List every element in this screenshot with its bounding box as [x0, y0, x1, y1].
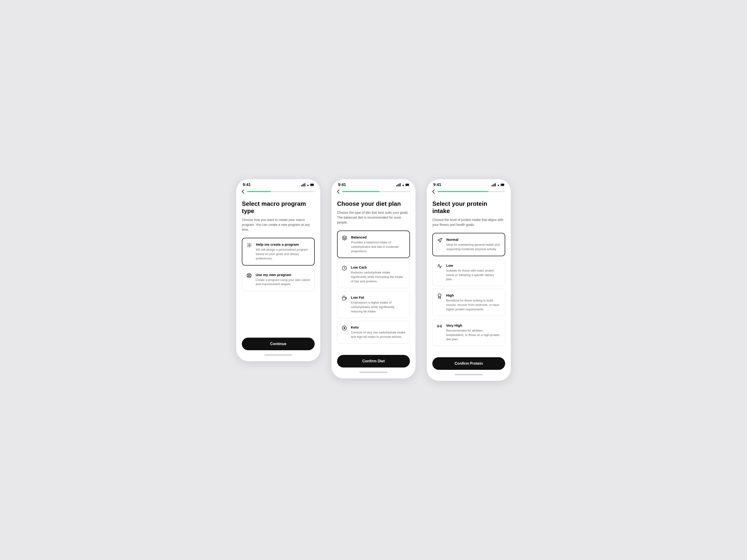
screen-title: Select your protein intake: [432, 200, 505, 215]
option-text-low: LowSuitable for those with lower protein…: [446, 263, 501, 282]
svg-rect-15: [396, 185, 397, 186]
screen-subtitle: Choose the type of diet that best suits …: [337, 210, 410, 225]
cta-button[interactable]: Confirm Protein: [432, 357, 505, 370]
option-desc-high: Beneficial for those looking to build mu…: [446, 298, 501, 312]
svg-rect-2: [304, 184, 304, 186]
svg-rect-18: [400, 183, 401, 186]
svg-rect-17: [399, 184, 400, 186]
option-title-low-carb: Low Carb: [351, 265, 406, 269]
option-title-keto: Keto: [351, 325, 406, 329]
screens-container: 9:41 ▲ Select macro program typeChoose h…: [236, 179, 511, 381]
screen-title: Choose your diet plan: [337, 200, 410, 208]
screen-title: Select macro program type: [242, 200, 315, 215]
option-text-very-high: Very HighRecommended for athletes, bodyb…: [446, 323, 501, 342]
option-card-keto[interactable]: KetoConsists of very low carbohydrate in…: [337, 321, 410, 344]
svg-rect-30: [494, 184, 495, 186]
status-time: 9:41: [338, 183, 346, 187]
svg-line-12: [250, 276, 251, 277]
screen-content: Select macro program typeChoose how you …: [236, 194, 320, 334]
status-bar: 9:41 ▲: [427, 179, 511, 189]
option-icon-keto: [341, 325, 347, 332]
option-title-very-high: Very High: [446, 323, 501, 327]
option-card-balanced[interactable]: BalancedProvides a balanced intake of ca…: [337, 231, 410, 258]
screen-content: Choose your diet planChoose the type of …: [332, 194, 415, 351]
phone-frame-3: 9:41 ▲ Select your protein intakeChoose …: [427, 179, 511, 381]
svg-text:▲: ▲: [402, 183, 405, 186]
option-card-low[interactable]: LowSuitable for those with lower protein…: [432, 259, 505, 286]
progress-bar-container: [332, 189, 415, 194]
option-desc-keto: Consists of very low carbohydrate intake…: [351, 330, 406, 339]
option-desc-low: Suitable for those with lower protein ne…: [446, 269, 501, 282]
svg-line-14: [248, 276, 249, 277]
phone-frame-1: 9:41 ▲ Select macro program typeChoose h…: [236, 179, 320, 361]
status-bar: 9:41 ▲: [332, 179, 415, 189]
back-button[interactable]: [337, 189, 339, 194]
option-title-low-fat: Low Fat: [351, 295, 406, 299]
option-card-normal[interactable]: NormalIdeal for maintaining general heal…: [432, 233, 505, 256]
svg-rect-1: [302, 184, 303, 186]
progress-bar-container: [236, 189, 320, 194]
svg-rect-3: [305, 183, 305, 186]
option-icon-high: [436, 294, 443, 300]
svg-rect-22: [406, 184, 409, 186]
progress-fill: [437, 191, 488, 192]
svg-rect-0: [301, 185, 302, 186]
home-indicator: [264, 354, 292, 355]
option-text-low-carb: Low CarbReduces carbohydrate intake sign…: [351, 265, 406, 284]
option-card-low-fat[interactable]: Low FatEmphasizes a higher intake of car…: [337, 291, 410, 318]
option-title-balanced: Balanced: [351, 235, 406, 239]
screen-content: Select your protein intakeChoose the lev…: [427, 194, 511, 354]
home-indicator: [360, 372, 387, 373]
svg-rect-29: [493, 184, 493, 186]
option-desc-balanced: Provides a balanced intake of carbohydra…: [351, 240, 406, 254]
status-icons: ▲: [396, 183, 409, 186]
option-text-help-create: Help me create a programWe will design a…: [256, 242, 310, 261]
progress-track: [437, 191, 505, 192]
option-desc-own-program: Create a program using your own caloric …: [256, 278, 311, 287]
progress-bar-container: [427, 189, 511, 194]
back-button[interactable]: [432, 189, 435, 194]
svg-rect-31: [495, 183, 496, 186]
option-desc-very-high: Recommended for athletes, bodybuilders, …: [446, 328, 501, 342]
option-title-low: Low: [446, 263, 501, 267]
svg-rect-28: [492, 185, 492, 186]
option-card-very-high[interactable]: Very HighRecommended for athletes, bodyb…: [432, 319, 505, 346]
progress-fill: [342, 191, 380, 192]
cta-button[interactable]: Continue: [242, 338, 315, 350]
option-text-balanced: BalancedProvides a balanced intake of ca…: [351, 235, 406, 254]
option-icon-low-carb: [341, 266, 347, 272]
option-card-high[interactable]: HighBeneficial for those looking to buil…: [432, 289, 505, 316]
svg-rect-7: [311, 184, 314, 186]
option-desc-normal: Ideal for maintaining general health and…: [446, 243, 501, 251]
option-title-help-create: Help me create a program: [256, 242, 310, 246]
progress-track: [342, 191, 410, 192]
svg-line-13: [250, 274, 251, 275]
option-title-normal: Normal: [446, 238, 501, 241]
svg-point-8: [249, 244, 250, 246]
option-icon-normal: [437, 238, 443, 244]
status-icons: ▲: [301, 183, 314, 186]
option-text-high: HighBeneficial for those looking to buil…: [446, 293, 501, 312]
svg-line-11: [248, 274, 249, 275]
option-desc-help-create: We will design a personalized program ba…: [256, 247, 310, 261]
phone-frame-2: 9:41 ▲ Choose your diet planChoose the t…: [332, 179, 415, 378]
option-icon-low: [436, 264, 443, 270]
back-button[interactable]: [242, 189, 244, 194]
option-desc-low-fat: Emphasizes a higher intake of carbohydra…: [351, 300, 406, 314]
status-time: 9:41: [243, 183, 251, 187]
option-card-own-program[interactable]: Use my own programCreate a program using…: [242, 268, 315, 291]
option-card-help-create[interactable]: Help me create a programWe will design a…: [242, 238, 315, 266]
progress-track: [247, 191, 315, 192]
screen-subtitle: Choose how you want to create your macro…: [242, 217, 315, 232]
option-card-low-carb[interactable]: Low CarbReduces carbohydrate intake sign…: [337, 261, 410, 288]
status-icons: ▲: [492, 183, 504, 186]
option-text-keto: KetoConsists of very low carbohydrate in…: [351, 325, 406, 339]
home-indicator: [455, 374, 483, 375]
option-icon-very-high: [436, 324, 443, 330]
option-title-own-program: Use my own program: [256, 273, 311, 277]
option-text-own-program: Use my own programCreate a program using…: [256, 273, 311, 287]
option-icon-help-create: [246, 243, 253, 249]
svg-text:▲: ▲: [307, 183, 309, 186]
svg-text:▲: ▲: [497, 183, 500, 186]
cta-button[interactable]: Confirm Diet: [337, 355, 410, 368]
